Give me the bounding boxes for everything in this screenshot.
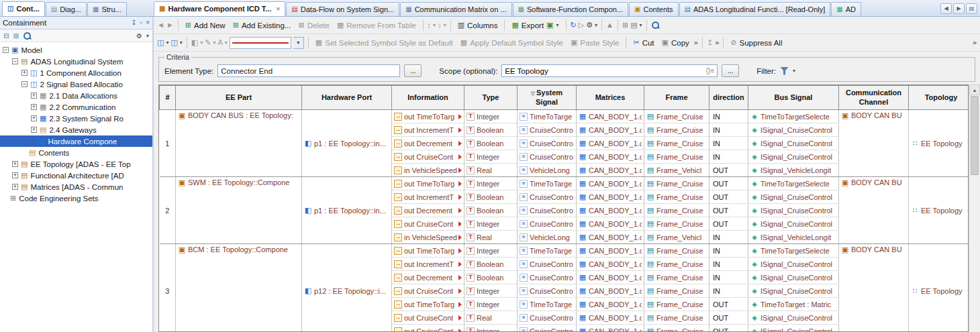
tree-item[interactable]: +◫1 Component Allocation xyxy=(0,67,152,78)
cell-direction[interactable]: OUT xyxy=(709,204,748,217)
scope-expression-icon[interactable]: {}≡ xyxy=(703,67,718,74)
cell-bus-signal[interactable]: TimeToTarget : Matric xyxy=(748,298,839,311)
layout-grid-caret-icon[interactable]: ▾ xyxy=(166,40,168,46)
cell-direction[interactable]: IN xyxy=(709,150,748,164)
expand-node-icon[interactable]: + xyxy=(12,161,18,167)
copy-button[interactable]: ▣ Copy xyxy=(659,38,692,48)
cell-type[interactable]: Boolean xyxy=(464,137,518,150)
nest-rows-icon[interactable]: ↕ xyxy=(438,21,442,29)
cell-system-signal[interactable]: CruiseContro xyxy=(518,150,577,164)
cell-system-signal[interactable]: TimeToTarge xyxy=(518,244,577,258)
layout-grid2-icon[interactable]: ◫ xyxy=(170,39,177,46)
cell-direction[interactable]: OUT xyxy=(709,217,748,231)
cut-button[interactable]: ✂ Cut xyxy=(630,38,656,48)
cell-matrices[interactable]: CAN_BODY_1.c xyxy=(577,110,644,123)
panel-tab-cont[interactable]: ◫Cont... xyxy=(2,1,45,16)
scroll-tabs-right-button[interactable]: ▶ xyxy=(953,3,965,14)
cell-direction[interactable]: IN xyxy=(709,110,748,123)
cell-matrices[interactable]: CAN_BODY_1.c xyxy=(577,284,644,298)
paste-style-button[interactable]: ▣ Paste Style xyxy=(568,38,622,48)
layout-grid-icon[interactable]: ◫ xyxy=(157,39,164,46)
columns-button[interactable]: ▥ Columns xyxy=(455,20,501,31)
expand-node-icon[interactable]: + xyxy=(31,115,37,121)
col-header-matrices[interactable]: Matrices xyxy=(577,86,644,110)
expand-all-icon[interactable]: ⊞ xyxy=(13,32,18,40)
col-header-system-signal[interactable]: ▽System Signal xyxy=(518,86,577,110)
table-options-gear-icon[interactable]: ⚙ xyxy=(586,21,593,29)
fill-color-caret-icon[interactable]: ▾ xyxy=(200,40,203,46)
cell-frame[interactable]: Frame_Cruise xyxy=(644,311,709,325)
cell-system-signal[interactable]: CruiseContro xyxy=(518,123,577,137)
cell-matrices[interactable]: CAN_BODY_1.c xyxy=(577,190,644,204)
add-new-button[interactable]: ⊞ Add New xyxy=(183,20,228,31)
cell-hardware-port[interactable]: p12 : EE Topology::i... xyxy=(302,244,392,332)
cell-matrices[interactable]: CAN_BODY_1.c xyxy=(577,164,644,177)
cell-direction[interactable]: OUT xyxy=(709,177,748,190)
cell-information[interactable]: out Decrement xyxy=(392,137,464,150)
cell-frame[interactable]: Frame_Cruise xyxy=(644,190,709,204)
cell-system-signal[interactable]: CruiseContro xyxy=(518,284,577,298)
cell-type[interactable]: Real xyxy=(464,164,518,177)
tree-item[interactable]: +▤Functional Architecture [AD xyxy=(0,170,152,181)
cell-bus-signal[interactable]: ISignal_CruiseControl xyxy=(748,123,839,137)
expand-node-icon[interactable]: + xyxy=(31,93,37,99)
collapse-all-icon[interactable]: ⊟ xyxy=(3,32,9,40)
cell-bus-signal[interactable]: ISignal_CruiseControl xyxy=(748,284,839,298)
forward-icon[interactable]: ► xyxy=(166,21,174,29)
expand-node-icon[interactable]: + xyxy=(21,70,28,76)
cell-communication-channel[interactable]: BODY CAN BU xyxy=(839,177,909,244)
cell-matrices[interactable]: CAN_BODY_1.c xyxy=(577,150,644,164)
cell-direction[interactable]: OUT xyxy=(709,325,748,332)
filter-funnel-icon[interactable] xyxy=(780,67,789,75)
cell-information[interactable]: out CruiseCont xyxy=(392,325,464,332)
cell-frame[interactable]: Frame_Cruise xyxy=(644,177,709,190)
cell-information[interactable]: out CruiseCont xyxy=(392,150,464,164)
cell-bus-signal[interactable]: ISignal_VehicleLongit xyxy=(748,231,839,244)
cell-information[interactable]: out CruiseCont xyxy=(392,311,464,325)
cell-communication-channel[interactable]: BODY CAN BU xyxy=(839,244,909,332)
filter-caret-icon[interactable]: ▾ xyxy=(793,68,795,74)
zoom-tool-icon[interactable]: ↥ xyxy=(707,39,713,46)
cell-matrices[interactable]: CAN_BODY_1.c xyxy=(577,177,644,190)
cell-frame[interactable]: Frame_Cruise xyxy=(644,258,709,271)
tree-item[interactable]: +▤EE Topology [ADAS - EE Top xyxy=(0,158,152,170)
cell-information[interactable]: out Decrement xyxy=(392,271,464,284)
cell-bus-signal[interactable]: ISignal_CruiseControl xyxy=(748,204,839,217)
cell-system-signal[interactable]: VehicleLong xyxy=(518,164,577,177)
layout-grid2-caret-icon[interactable]: ▾ xyxy=(180,40,183,46)
cell-information[interactable]: out CruiseCont xyxy=(392,217,464,231)
nest-rows-caret-icon[interactable]: ▾ xyxy=(444,22,446,28)
delete-button[interactable]: ⊠ Delete xyxy=(295,20,332,31)
cell-ee-part[interactable]: SWM : EE Topology::Compone xyxy=(176,177,302,244)
cell-direction[interactable]: IN xyxy=(709,244,748,258)
tree-item[interactable]: +▦2.2 Communication xyxy=(0,101,152,113)
add-existing-button[interactable]: ⊞ Add Existing... xyxy=(230,20,294,31)
cell-direction[interactable]: IN xyxy=(709,137,748,150)
cell-information[interactable]: out TimeToTarg xyxy=(392,298,464,311)
cell-bus-signal[interactable]: ISignal_CruiseControl xyxy=(748,311,839,325)
cell-information[interactable]: out Decrement xyxy=(392,204,464,217)
cell-bus-signal[interactable]: TimeToTargetSelecte xyxy=(748,177,839,190)
cell-bus-signal[interactable]: ISignal_CruiseControl xyxy=(748,325,839,332)
overflow-chevron-icon[interactable]: » xyxy=(694,39,698,46)
cell-bus-signal[interactable]: ISignal_CruiseControl xyxy=(748,258,839,271)
suppress-all-button[interactable]: ⊘ Suppress All xyxy=(728,38,785,48)
cell-bus-signal[interactable]: ISignal_CruiseControl xyxy=(748,217,839,231)
cell-frame[interactable]: Frame_Cruise xyxy=(644,298,709,311)
cell-system-signal[interactable]: TimeToTarge xyxy=(518,298,577,311)
font-color-caret-icon[interactable]: ▾ xyxy=(225,40,228,46)
cell-matrices[interactable]: CAN_BODY_1.c xyxy=(577,137,644,150)
cell-frame[interactable]: Frame_Cruise xyxy=(644,217,709,231)
cell-information[interactable]: out IncrementT xyxy=(392,190,464,204)
tree-item[interactable]: +▦2.3 System Signal Ro xyxy=(0,113,152,124)
tree-item[interactable]: ▦Hardware Compone xyxy=(0,135,152,147)
cell-type[interactable]: Boolean xyxy=(464,123,518,137)
cell-type[interactable]: Real xyxy=(464,231,518,244)
vertical-scrollbar[interactable]: ▲ xyxy=(969,85,980,332)
expand-node-icon[interactable]: + xyxy=(31,127,37,133)
cell-type[interactable]: Integer xyxy=(464,217,518,231)
tree-item[interactable]: ⊞Code Engineering Sets xyxy=(0,192,152,204)
back-icon[interactable]: ◄ xyxy=(157,21,164,29)
cell-information[interactable]: out TimeToTarg xyxy=(392,177,464,190)
cell-frame[interactable]: Frame_Cruise xyxy=(644,244,709,258)
